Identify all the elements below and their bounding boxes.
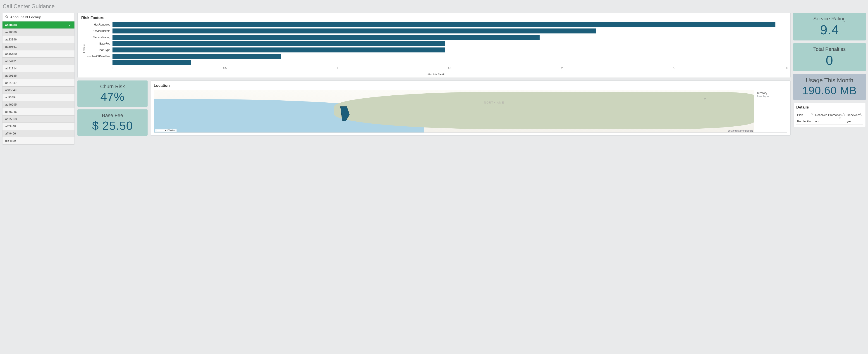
account-row[interactable]: af33440 (2, 123, 74, 130)
svg-line-6 (844, 115, 845, 116)
svg-point-5 (843, 114, 844, 115)
map-continent-label: NORTH AME (484, 101, 504, 104)
svg-line-1 (7, 17, 8, 18)
account-row[interactable]: ac93894 (2, 94, 74, 101)
bar[interactable] (113, 60, 191, 65)
svg-marker-2 (340, 106, 349, 121)
search-icon[interactable] (859, 113, 862, 116)
account-row[interactable]: ac30983 (2, 22, 74, 29)
details-panel: Details PlanReceives Promotion?Renewed? … (793, 103, 866, 127)
legend-title: Territory (757, 91, 785, 95)
xaxis-tick: 2.5 (673, 67, 676, 69)
kpi-label: Churn Risk (100, 84, 125, 90)
risk-factors-chart: Risk Factors Feature HasRenewedServiceTi… (78, 13, 790, 78)
bar[interactable] (113, 47, 445, 52)
xaxis-tick: 0.5 (223, 67, 226, 69)
details-column-header[interactable]: Plan (796, 112, 814, 118)
account-row[interactable]: ad46995 (2, 101, 74, 108)
bar-category-label: PlanType (85, 48, 113, 51)
xaxis-tick: 3 (786, 67, 787, 69)
details-column-header[interactable]: Renewed? (846, 112, 863, 118)
legend-subtitle: Area layer (757, 95, 785, 98)
kpi-value: 190.60 MB (802, 84, 857, 97)
account-lookup-label: Account ID Lookup (10, 15, 41, 19)
account-row[interactable]: ac85649 (2, 86, 74, 94)
details-row[interactable]: Purple Plannoyes (796, 118, 863, 125)
details-column-header[interactable]: Receives Promotion? (814, 112, 846, 118)
kpi-usage: Usage This Month 190.60 MB (793, 74, 866, 100)
kpi-label: Usage This Month (806, 77, 854, 84)
chart-title: Risk Factors (81, 15, 787, 20)
account-row[interactable]: af54839 (2, 137, 74, 144)
bar-category-label: NumberOfPenalties (85, 55, 113, 58)
map-scale: 1000 km (155, 129, 177, 132)
account-row[interactable]: aa16889 (2, 29, 74, 36)
svg-point-7 (860, 114, 861, 115)
search-icon[interactable] (842, 113, 845, 116)
home-icon[interactable]: ⌂ (704, 97, 706, 101)
xaxis-tick: 1.5 (448, 67, 451, 69)
cell-promotion: no (814, 118, 846, 125)
page-title: Call Center Guidance (2, 1, 866, 10)
details-title: Details (796, 105, 863, 110)
cell-renewed: yes (846, 118, 863, 125)
kpi-value: $ 25.50 (92, 119, 133, 133)
map-legend: Territory Area layer (754, 90, 787, 133)
bar-category-label: ServiceTickets (85, 29, 113, 33)
svg-point-0 (6, 15, 7, 17)
map-title: Location (154, 83, 787, 88)
account-list-panel: Account ID Lookup ac30983aa16889aa33396a… (2, 13, 75, 145)
chart-ylabel: Feature (81, 44, 85, 53)
account-row[interactable]: ab99185 (2, 72, 74, 79)
svg-line-4 (812, 115, 813, 116)
location-panel: Location NORTH AME ⌂ 1000 km enStreet (150, 80, 790, 136)
kpi-total-penalties: Total Penalties 0 (793, 43, 866, 71)
kpi-base-fee: Base Fee $ 25.50 (78, 109, 148, 136)
bar-category-label: HasRenewed (85, 23, 113, 26)
search-icon (5, 15, 8, 19)
xaxis-tick: 1 (337, 67, 338, 69)
map-highlight-region (340, 106, 350, 122)
kpi-value: 0 (826, 53, 833, 68)
account-row[interactable]: af49466 (2, 130, 74, 137)
map-land (334, 92, 754, 129)
account-row[interactable]: ab64431 (2, 58, 74, 65)
account-row[interactable]: ae95563 (2, 115, 74, 123)
kpi-value: 9.4 (820, 22, 839, 37)
kpi-churn-risk: Churn Risk 47% (78, 80, 148, 107)
details-table: PlanReceives Promotion?Renewed? Purple P… (796, 112, 863, 125)
search-icon[interactable] (811, 113, 813, 116)
account-lookup-header[interactable]: Account ID Lookup (2, 13, 74, 22)
bar[interactable] (113, 54, 281, 59)
kpi-label: Base Fee (102, 113, 123, 118)
chart-xlabel: Absolute SHAP (85, 73, 787, 76)
bar[interactable] (113, 22, 775, 27)
map-attribution[interactable]: enStreetMap contributors (728, 130, 753, 132)
svg-line-8 (861, 115, 862, 116)
account-row[interactable]: aa59561 (2, 43, 74, 50)
xaxis-tick: 2 (561, 67, 563, 69)
account-row[interactable]: ab91914 (2, 65, 74, 72)
account-row[interactable]: ac14349 (2, 79, 74, 86)
map-canvas[interactable]: NORTH AME ⌂ 1000 km enStreetMap contribu… (154, 90, 754, 133)
bar[interactable] (113, 29, 596, 33)
sort-desc-icon[interactable] (839, 117, 841, 119)
kpi-label: Service Rating (813, 16, 846, 22)
cell-plan: Purple Plan (796, 118, 814, 125)
bar-category-label: BaseFee (85, 42, 113, 45)
bar-category-label: ServiceRating (85, 36, 113, 39)
account-row[interactable]: aa33396 (2, 36, 74, 43)
kpi-label: Total Penalties (813, 46, 846, 52)
xaxis-tick: 0 (112, 67, 113, 69)
bar[interactable] (113, 35, 539, 40)
svg-point-3 (811, 114, 812, 115)
account-row[interactable]: ab45480 (2, 50, 74, 58)
kpi-service-rating: Service Rating 9.4 (793, 13, 866, 40)
account-row[interactable]: ad65046 (2, 108, 74, 115)
kpi-value: 47% (100, 90, 124, 104)
bar[interactable] (113, 41, 445, 46)
